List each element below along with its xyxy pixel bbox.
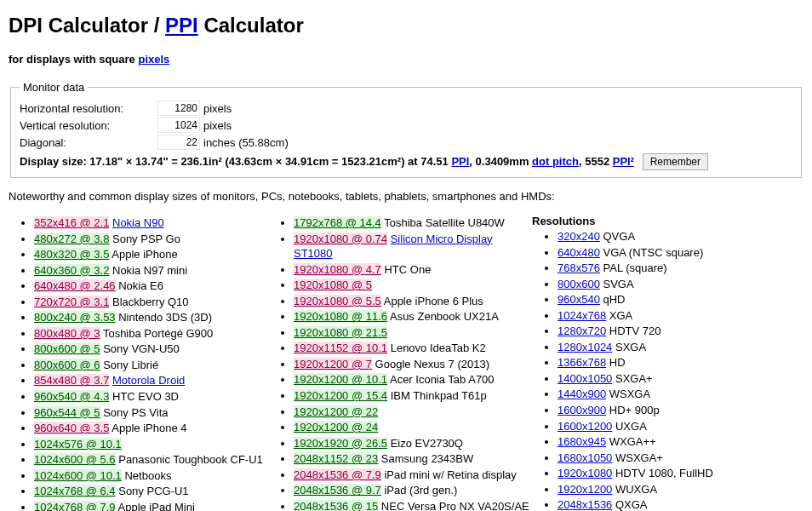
- list-item: 2048x1536 QXGA: [558, 497, 796, 511]
- resolution-link[interactable]: 1600x900: [558, 404, 606, 416]
- resolution-link[interactable]: 1920x1080: [558, 467, 612, 479]
- resolution-link[interactable]: 2048x1536: [558, 498, 612, 511]
- resolution-link[interactable]: 800x600: [558, 278, 600, 290]
- resolution-link[interactable]: 1680x1050: [558, 451, 612, 464]
- result-line: Display size: 17.18" × 13.74" = 236.1in²…: [20, 153, 792, 170]
- preset-link[interactable]: 720x720 @ 3.1: [34, 296, 109, 308]
- result-ppi2-link[interactable]: PPI²: [613, 155, 634, 168]
- preset-link[interactable]: 1920x1080 @ 5.5: [294, 295, 381, 307]
- resolution-link[interactable]: 1280x720: [558, 324, 606, 337]
- preset-link[interactable]: 960x640 @ 3.5: [34, 422, 109, 434]
- preset-link[interactable]: 1920x1200 @ 22: [294, 405, 378, 418]
- result-ppi-link[interactable]: PPI: [451, 155, 469, 168]
- list-item: 480x320 @ 3.5 Apple iPhone: [34, 247, 268, 262]
- list-item: 800x240 @ 3.53 Nintendo 3DS (3D): [34, 310, 268, 325]
- preset-link[interactable]: 800x600 @ 5: [34, 342, 100, 355]
- preset-link[interactable]: 960x540 @ 4.3: [34, 390, 109, 403]
- preset-link[interactable]: 1920x1200 @ 7: [294, 358, 372, 370]
- list-item: 960x544 @ 5 Sony PS Vita: [34, 405, 268, 421]
- resolution-link[interactable]: 1920x1200: [558, 483, 612, 496]
- resolution-link[interactable]: 1366x768: [558, 356, 606, 369]
- preset-link[interactable]: 854x480 @ 3.7: [34, 374, 109, 387]
- list-item: 1920x1080 @ 21.5: [294, 325, 532, 341]
- resolution-link[interactable]: 1280x1024: [558, 341, 612, 353]
- preset-link[interactable]: 1920x1920 @ 26.5: [294, 437, 387, 450]
- list-item: 800x600 @ 6 Sony Librié: [34, 358, 268, 373]
- list-item: 1024x600 @ 5.6 Panasonic Toughbook CF-U1: [34, 452, 268, 468]
- list-item: 1600x900 HD+ 900p: [558, 403, 796, 418]
- page-title: DPI Calculator / PPI Calculator: [9, 14, 803, 37]
- preset-link[interactable]: 1920x1200 @ 10.1: [294, 373, 387, 386]
- vres-unit: pixels: [203, 119, 232, 132]
- list-item: 1920x1200 @ 7 Google Nexus 7 (2013): [294, 357, 532, 372]
- ppi-link[interactable]: PPI: [165, 14, 198, 37]
- hres-unit: pixels: [203, 102, 232, 115]
- vres-input[interactable]: [157, 118, 200, 133]
- preset-link[interactable]: 1920x1080 @ 5: [294, 278, 372, 291]
- note-heading: Noteworthy and common display sizes of m…: [9, 190, 803, 203]
- list-item: 1920x1200 @ 15.4 IBM Thinkpad T61p: [294, 388, 532, 404]
- list-item: 1920x1080 @ 11.6 Asus Zenbook UX21A: [294, 309, 532, 324]
- list-item: 1024x576 @ 10.1: [34, 437, 268, 452]
- remember-button[interactable]: Remember: [643, 153, 708, 170]
- preset-link[interactable]: 640x480 @ 2.46: [34, 279, 116, 292]
- preset-link[interactable]: 2048x1152 @ 23: [294, 452, 378, 465]
- resolution-link[interactable]: 640x480: [558, 246, 600, 259]
- list-item: 1440x900 WSXGA: [558, 387, 796, 402]
- preset-link[interactable]: 1024x576 @ 10.1: [34, 438, 122, 451]
- preset-link[interactable]: 1920x1080 @ 21.5: [294, 326, 387, 339]
- list-item: 1920x1080 @ 0.74 Silicon Micro Display S…: [294, 232, 532, 261]
- list-item: 2048x1152 @ 23 Samsung 2343BW: [294, 451, 532, 467]
- subtitle: for displays with square pixels: [9, 53, 803, 66]
- resolution-link[interactable]: 320x240: [558, 230, 600, 243]
- list-item: 1280x1024 SXGA: [558, 340, 796, 355]
- monitor-data-fieldset: Monitor data Horizontal resolution: pixe…: [10, 81, 802, 178]
- result-dotpitch-link[interactable]: dot pitch: [532, 155, 579, 168]
- list-item: 720x720 @ 3.1 Blackberry Q10: [34, 295, 268, 310]
- preset-link[interactable]: 800x240 @ 3.53: [34, 311, 116, 324]
- preset-link[interactable]: 800x600 @ 6: [34, 359, 100, 371]
- preset-link[interactable]: 1024x768 @ 7.9: [34, 501, 116, 511]
- preset-link[interactable]: 1024x600 @ 5.6: [34, 453, 116, 466]
- preset-link[interactable]: 800x480 @ 3: [34, 327, 100, 340]
- list-item: 640x480 VGA (NTSC square): [558, 245, 796, 261]
- preset-link[interactable]: 2048x1536 @ 15: [294, 500, 378, 511]
- resolution-link[interactable]: 1440x900: [558, 388, 606, 400]
- pixels-link[interactable]: pixels: [138, 53, 169, 66]
- list-item: 1792x768 @ 14.4 Toshiba Satellite U840W: [294, 215, 532, 231]
- preset-link[interactable]: 480x320 @ 3.5: [34, 248, 109, 261]
- preset-link[interactable]: 2048x1536 @ 7.9: [294, 468, 381, 481]
- list-item: 1024x600 @ 10.1 Netbooks: [34, 468, 268, 484]
- list-item: 1366x768 HD: [558, 355, 796, 370]
- hres-input[interactable]: [157, 100, 200, 116]
- diag-label: Diagonal:: [20, 136, 157, 149]
- preset-link[interactable]: 960x544 @ 5: [34, 406, 100, 419]
- resolution-link[interactable]: 1680x945: [558, 435, 606, 448]
- preset-link[interactable]: 1920x1080 @ 4.7: [294, 263, 381, 276]
- preset-link[interactable]: 1792x768 @ 14.4: [294, 216, 381, 229]
- resolutions-title: Resolutions: [532, 215, 796, 227]
- preset-link[interactable]: 1024x600 @ 10.1: [34, 469, 122, 482]
- list-item: 1920x1200 @ 10.1 Acer Iconia Tab A700: [294, 372, 532, 388]
- preset-link[interactable]: 480x272 @ 3.8: [34, 233, 109, 245]
- preset-link[interactable]: 1920x1200 @ 15.4: [294, 389, 387, 402]
- device-link[interactable]: Nokia N90: [112, 216, 164, 229]
- preset-link[interactable]: 1920x1152 @ 10.1: [294, 342, 387, 354]
- preset-link[interactable]: 640x360 @ 3.2: [34, 264, 109, 277]
- diag-input[interactable]: [157, 135, 200, 150]
- device-link[interactable]: Motorola Droid: [112, 374, 185, 387]
- resolution-link[interactable]: 1600x1200: [558, 420, 612, 433]
- vres-label: Vertical resolution:: [20, 119, 157, 132]
- preset-link[interactable]: 1920x1080 @ 0.74: [294, 233, 387, 245]
- list-item: 800x600 SVGA: [558, 277, 796, 292]
- preset-link[interactable]: 2048x1536 @ 9.7: [294, 484, 381, 497]
- resolution-link[interactable]: 768x576: [558, 261, 600, 274]
- resolution-link[interactable]: 960x540: [558, 293, 600, 306]
- resolution-link[interactable]: 1024x768: [558, 309, 606, 322]
- preset-link[interactable]: 1920x1080 @ 11.6: [294, 310, 387, 323]
- preset-link[interactable]: 352x416 @ 2.1: [34, 216, 109, 229]
- preset-link[interactable]: 1024x768 @ 6.4: [34, 485, 116, 497]
- preset-list-2: 1792x768 @ 14.4 Toshiba Satellite U840W1…: [268, 215, 532, 511]
- resolution-link[interactable]: 1400x1050: [558, 372, 612, 385]
- preset-link[interactable]: 1920x1200 @ 24: [294, 421, 378, 433]
